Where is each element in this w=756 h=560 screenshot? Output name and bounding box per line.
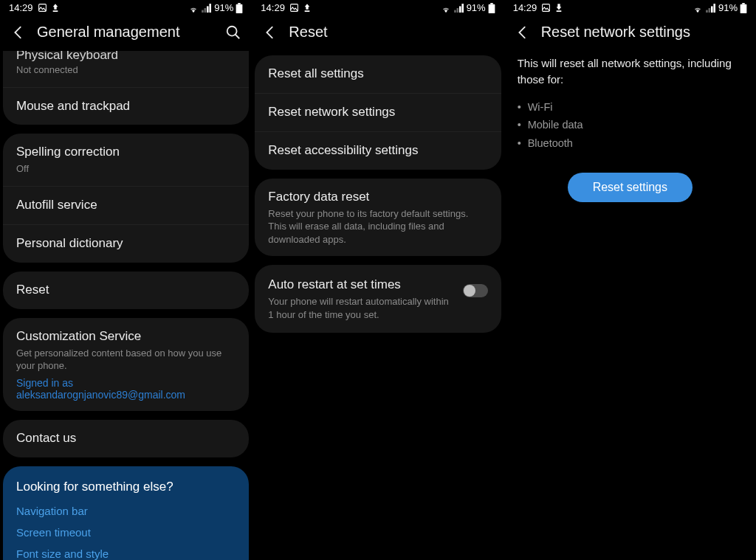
status-time: 14:29 <box>9 2 33 13</box>
svg-rect-18 <box>711 6 713 13</box>
wifi-icon <box>188 4 199 13</box>
wifi-icon <box>692 4 704 13</box>
svg-rect-1 <box>202 10 204 12</box>
status-battery-pct: 91% <box>467 2 486 13</box>
screen-general-management: 14:29 91% General management <box>0 0 252 560</box>
signal-icon <box>706 4 716 13</box>
status-time: 14:29 <box>261 2 285 13</box>
title-bar: Reset network settings <box>504 15 756 51</box>
svg-rect-11 <box>459 6 461 13</box>
back-icon[interactable] <box>262 24 278 41</box>
signal-icon <box>202 4 212 13</box>
item-spelling[interactable]: Spelling correction Off <box>3 134 249 186</box>
item-customization[interactable]: Customization Service Get personalized c… <box>3 318 249 411</box>
image-icon <box>289 3 299 13</box>
page-title: Reset <box>289 24 493 41</box>
back-icon[interactable] <box>10 24 27 41</box>
svg-rect-3 <box>207 6 209 13</box>
svg-rect-13 <box>490 3 493 4</box>
image-icon <box>38 3 47 13</box>
svg-rect-12 <box>461 4 464 13</box>
svg-rect-5 <box>238 3 241 4</box>
screen-reset-network: 14:29 91% Reset network settings <box>504 0 756 560</box>
bullet-list: Wi-Fi Mobile data Bluetooth <box>504 98 756 163</box>
status-time: 14:29 <box>513 2 537 13</box>
item-contact-us[interactable]: Contact us <box>3 420 249 457</box>
help-link-timeout[interactable]: Screen timeout <box>16 526 236 539</box>
group-auto-restart: Auto restart at set times Your phone wil… <box>255 265 501 333</box>
help-link-font[interactable]: Font size and style <box>16 547 236 560</box>
screen-reset: 14:29 91% Reset <box>252 0 504 560</box>
status-battery-pct: 91% <box>214 2 233 13</box>
item-reset-accessibility[interactable]: Reset accessibility settings <box>255 132 501 170</box>
group-reset: Reset <box>3 272 249 309</box>
group-contact: Contact us <box>3 420 249 457</box>
item-reset-all[interactable]: Reset all settings <box>255 55 501 94</box>
svg-point-7 <box>227 26 237 35</box>
status-bar: 14:29 91% <box>504 0 756 15</box>
item-auto-restart[interactable]: Auto restart at set times Your phone wil… <box>255 265 501 333</box>
group-customization: Customization Service Get personalized c… <box>3 318 249 411</box>
download-icon <box>555 4 563 13</box>
page-title: General management <box>37 24 215 41</box>
status-battery-pct: 91% <box>718 2 738 13</box>
signal-icon <box>454 4 464 13</box>
svg-rect-19 <box>713 4 715 13</box>
item-physical-keyboard[interactable]: Physical keyboard Not connected <box>3 51 249 88</box>
item-reset-network[interactable]: Reset network settings <box>255 94 501 132</box>
svg-rect-20 <box>742 3 745 4</box>
help-title: Looking for something else? <box>16 480 236 494</box>
group-language-input: Spelling correction Off Autofill service… <box>3 134 249 262</box>
reset-description: This will reset all network settings, in… <box>504 51 756 98</box>
bullet-mobile-data: Mobile data <box>528 116 743 134</box>
svg-rect-17 <box>709 8 711 13</box>
title-bar: General management <box>0 15 252 51</box>
svg-rect-21 <box>740 4 747 13</box>
reset-settings-button[interactable]: Reset settings <box>568 173 693 202</box>
svg-rect-16 <box>706 10 708 12</box>
battery-icon <box>488 3 495 13</box>
search-icon[interactable] <box>225 24 241 41</box>
wifi-icon <box>440 4 452 13</box>
item-reset[interactable]: Reset <box>3 272 249 309</box>
help-card: Looking for something else? Navigation b… <box>3 466 249 560</box>
group-reset-options: Reset all settings Reset network setting… <box>255 55 501 170</box>
svg-rect-10 <box>456 8 458 13</box>
group-input: Physical keyboard Not connected Mouse an… <box>3 51 249 125</box>
svg-rect-4 <box>210 4 212 13</box>
upload-icon <box>303 4 311 13</box>
bullet-bluetooth: Bluetooth <box>528 134 743 153</box>
svg-rect-2 <box>205 8 207 13</box>
upload-icon <box>52 4 59 13</box>
battery-icon <box>740 3 747 13</box>
item-factory-reset[interactable]: Factory data reset Reset your phone to i… <box>255 179 501 257</box>
help-link-navbar[interactable]: Navigation bar <box>16 505 236 517</box>
toggle-switch[interactable] <box>463 284 488 297</box>
title-bar: Reset <box>252 15 504 51</box>
status-bar: 14:29 91% <box>252 0 504 15</box>
group-factory: Factory data reset Reset your phone to i… <box>255 179 501 257</box>
battery-icon <box>236 3 243 13</box>
svg-rect-6 <box>236 4 243 13</box>
svg-rect-14 <box>488 4 495 13</box>
item-autofill[interactable]: Autofill service <box>3 187 249 225</box>
item-dictionary[interactable]: Personal dictionary <box>3 225 249 263</box>
item-mouse-trackpad[interactable]: Mouse and trackpad <box>3 88 249 125</box>
page-title: Reset network settings <box>541 24 746 41</box>
bullet-wifi: Wi-Fi <box>528 98 743 117</box>
status-bar: 14:29 91% <box>0 0 252 15</box>
back-icon[interactable] <box>515 24 531 41</box>
image-icon <box>541 3 551 13</box>
svg-rect-9 <box>454 10 456 12</box>
